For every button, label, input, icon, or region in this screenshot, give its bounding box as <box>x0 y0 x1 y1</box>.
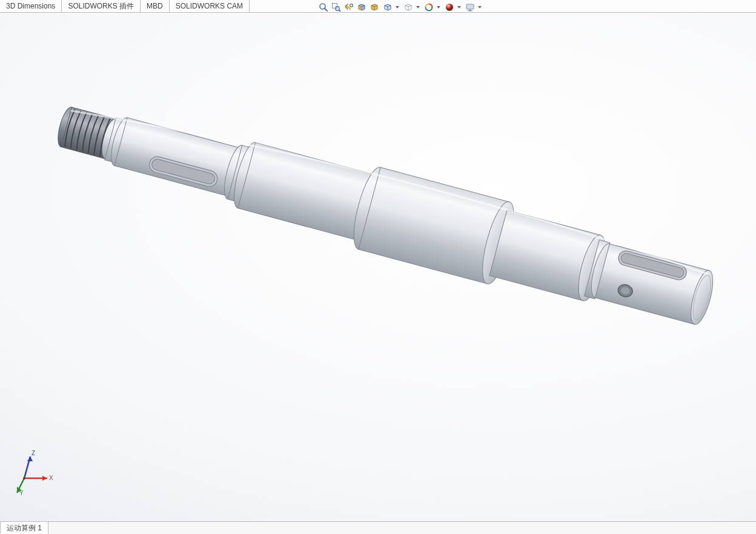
svg-marker-45 <box>42 476 47 481</box>
svg-marker-43 <box>27 456 33 461</box>
section-view-icon <box>357 2 366 12</box>
bottom-tabs: 运动算例 1 <box>0 521 756 534</box>
svg-line-1 <box>325 8 327 11</box>
svg-point-7 <box>446 4 453 11</box>
view-orientation-button[interactable] <box>368 2 380 13</box>
graphics-viewport[interactable]: Z X Y <box>0 13 756 522</box>
svg-rect-8 <box>466 4 474 9</box>
tab-label: 运动算例 1 <box>7 523 42 533</box>
axis-x-label: X <box>49 475 53 481</box>
scene-icon <box>445 2 454 12</box>
tab-mbd[interactable]: MBD <box>141 0 170 12</box>
axis-z-label: Z <box>31 450 35 456</box>
tab-3d-dimensions[interactable]: 3D Dimensions <box>0 0 62 12</box>
magnifier-area-icon <box>331 2 341 12</box>
previous-view-button[interactable] <box>343 2 355 13</box>
zoom-to-area-button[interactable] <box>330 2 342 13</box>
monitor-icon <box>465 2 475 12</box>
svg-line-4 <box>339 10 340 12</box>
display-style-icon <box>383 2 393 12</box>
heads-up-view-toolbar <box>317 2 483 13</box>
hide-show-items-dropdown[interactable] <box>402 2 422 13</box>
tab-label: 3D Dimensions <box>6 2 55 10</box>
view-orientation-icon <box>370 2 379 12</box>
view-settings-dropdown[interactable] <box>463 2 483 13</box>
tab-motion-study-1[interactable]: 运动算例 1 <box>0 522 48 534</box>
section-view-button[interactable] <box>356 2 368 13</box>
hide-show-icon <box>403 2 413 12</box>
model-shaft <box>0 13 756 522</box>
svg-rect-10 <box>468 11 472 12</box>
display-style-dropdown[interactable] <box>381 2 401 13</box>
apply-scene-dropdown[interactable] <box>443 2 463 13</box>
previous-view-icon <box>344 2 354 12</box>
edit-appearance-dropdown[interactable] <box>422 2 442 13</box>
svg-point-48 <box>23 477 25 479</box>
appearance-icon <box>424 2 434 12</box>
tab-label: MBD <box>147 2 163 10</box>
tab-label: SOLIDWORKS 插件 <box>68 1 134 12</box>
zoom-to-fit-button[interactable] <box>317 2 330 13</box>
svg-rect-9 <box>469 10 471 11</box>
svg-point-5 <box>350 4 353 7</box>
orientation-triad[interactable]: Z X Y <box>8 448 57 496</box>
tab-solidworks-addins[interactable]: SOLIDWORKS 插件 <box>62 0 141 12</box>
axis-y-label: Y <box>19 490 24 496</box>
svg-rect-2 <box>333 4 337 8</box>
magnifier-icon <box>319 2 328 12</box>
tab-label: SOLIDWORKS CAM <box>176 2 243 10</box>
tab-solidworks-cam[interactable]: SOLIDWORKS CAM <box>170 0 250 12</box>
